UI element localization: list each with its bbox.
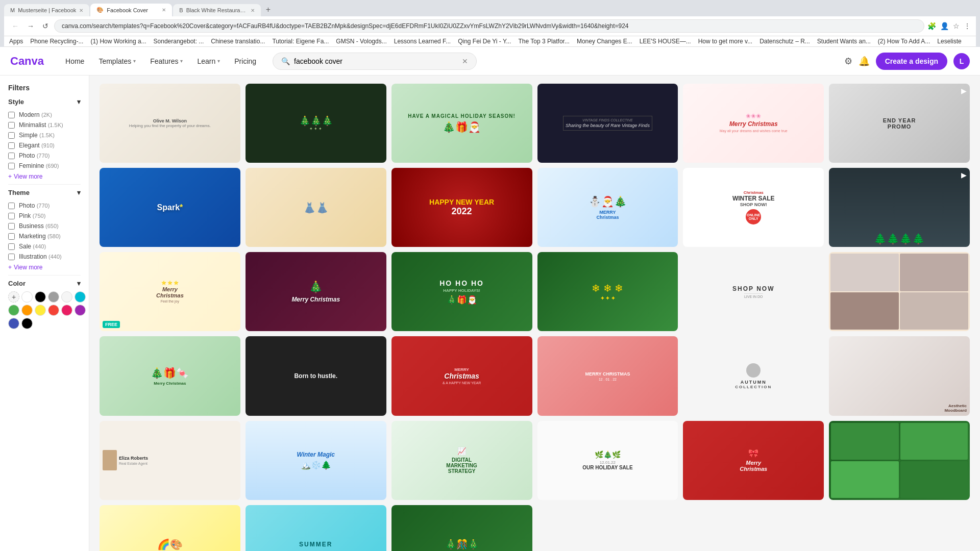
color-gray[interactable] — [48, 291, 59, 303]
refresh-button[interactable]: ↺ — [40, 21, 51, 31]
bookmark-icon[interactable]: ☆ — [953, 22, 960, 30]
star-button[interactable]: ☆ — [103, 87, 115, 99]
template-card-shop-now[interactable]: SHOP NOW LIVE IN DO ☆ ⋯ — [683, 252, 824, 331]
bookmark-9[interactable]: The Top 3 Platfor... — [518, 38, 570, 45]
star-button-5[interactable]: ☆ — [686, 87, 698, 99]
tab-musterseite[interactable]: M Musterseite | Facebook ✕ — [4, 4, 89, 16]
more-button-21[interactable]: ⋯ — [517, 339, 529, 352]
more-button-27[interactable]: ⋯ — [517, 424, 529, 436]
color-pink[interactable] — [61, 305, 72, 316]
star-button-18[interactable]: ☆ — [832, 255, 844, 267]
more-button-17[interactable]: ⋯ — [808, 255, 821, 267]
more-button-22[interactable]: ⋯ — [663, 339, 675, 352]
filter-sale-checkbox[interactable] — [8, 243, 15, 250]
search-clear-icon[interactable]: ✕ — [462, 57, 468, 65]
template-card-merry-xmas-photo[interactable]: MERRY CHRISTMAS 12 . 01 . 22 ☆ ⋯ — [537, 336, 678, 415]
nav-features[interactable]: Features ▾ — [144, 53, 189, 69]
bookmark-4[interactable]: Chinese translatio... — [211, 38, 265, 45]
filter-simple-checkbox[interactable] — [8, 132, 15, 139]
color-red[interactable] — [48, 305, 59, 316]
template-card-merry-xmas-red[interactable]: MERRY Christmas & A HAPPY NEW YEAR ☆ ⋯ — [391, 336, 532, 415]
nav-pricing[interactable]: Pricing — [228, 53, 262, 69]
more-button-9[interactable]: ⋯ — [517, 171, 529, 183]
more-button-3[interactable]: ⋯ — [517, 87, 529, 99]
star-button-27[interactable]: ☆ — [395, 424, 407, 436]
tab-close-1[interactable]: ✕ — [162, 7, 166, 13]
forward-button[interactable]: → — [24, 21, 37, 31]
star-button-26[interactable]: ☆ — [249, 424, 261, 436]
filter-business-checkbox[interactable] — [8, 223, 15, 230]
more-button-5[interactable]: ⋯ — [808, 87, 821, 99]
filter-business[interactable]: Business (650) — [8, 221, 81, 231]
notifications-icon[interactable]: 🔔 — [859, 56, 870, 67]
color-purple[interactable] — [75, 305, 86, 316]
template-card-merry-xmas-dark[interactable]: 🎄 Merry Christmas ☆ ⋯ — [246, 252, 386, 331]
template-card-end-year[interactable]: END YEARPROMO ▶ ☆ ⋯ — [829, 84, 970, 163]
template-card-merry-xmas-blue[interactable]: ⛄🎅🎄 MERRYChristmas ☆ ⋯ — [537, 168, 678, 247]
more-button-8[interactable]: ⋯ — [371, 171, 383, 183]
add-color-button[interactable]: + — [8, 291, 19, 303]
filter-theme-photo[interactable]: Photo (770) — [8, 201, 81, 211]
star-button-24[interactable]: ☆ — [832, 339, 844, 352]
more-button-29[interactable]: ⋯ — [808, 424, 821, 436]
more-button-12[interactable]: ⋯ — [954, 171, 967, 183]
tab-facebook-cover[interactable]: 🎨 Facebook Cover ✕ — [90, 4, 172, 16]
more-button-28[interactable]: ⋯ — [663, 424, 675, 436]
template-card-spark[interactable]: Spark* ☆ ⋯ — [100, 168, 240, 247]
template-card-dark-christmas[interactable]: 🎄🎄🎄 ✦ ✦ ✦ ☆ ⋯ — [246, 84, 386, 163]
bookmark-10[interactable]: Money Changes E... — [577, 38, 632, 45]
star-button-16[interactable]: ☆ — [541, 255, 553, 267]
color-black[interactable] — [35, 291, 46, 303]
filter-photo[interactable]: Photo (770) — [8, 151, 81, 161]
bookmark-11[interactable]: LEE'S HOUSE—... — [640, 38, 691, 45]
more-button-7[interactable]: ⋯ — [225, 171, 237, 183]
template-card-snowy-forest[interactable]: 🌲🌲🌲🌲 ▶ ☆ ⋯ — [829, 168, 970, 247]
star-button-23[interactable]: ☆ — [686, 339, 698, 352]
star-button-6[interactable]: ☆ — [832, 87, 844, 99]
bookmark-12[interactable]: How to get more v... — [698, 38, 752, 45]
template-card-happy-new-year[interactable]: HAPPY NEW YEAR 2022 ☆ ⋯ — [391, 168, 532, 247]
star-button-15[interactable]: ☆ — [395, 255, 407, 267]
star-button-33[interactable]: ☆ — [395, 508, 407, 520]
more-button-30[interactable]: ⋯ — [954, 424, 967, 436]
bookmark-6[interactable]: GMSN - Vologds... — [336, 38, 386, 45]
color-lightgray[interactable] — [61, 291, 72, 303]
template-card-gold-snowflake[interactable]: ❄ ❄ ❄ ✦ ✦ ✦ ☆ ⋯ — [537, 252, 678, 331]
theme-section-title[interactable]: Theme ▾ — [8, 189, 81, 196]
filter-elegant-checkbox[interactable] — [8, 142, 15, 149]
more-button-13[interactable]: ⋯ — [225, 255, 237, 267]
bookmark-apps[interactable]: Apps — [9, 38, 23, 45]
more-button-20[interactable]: ⋯ — [371, 339, 383, 352]
create-design-button[interactable]: Create a design — [876, 53, 947, 70]
filter-pink-checkbox[interactable] — [8, 213, 15, 219]
browser-menu-icon[interactable]: ⋮ — [964, 22, 971, 30]
template-card-autumn[interactable]: AUTUMN COLLECTION ☆ ⋯ — [683, 336, 824, 415]
filter-feminine[interactable]: Feminine (690) — [8, 161, 81, 171]
filter-minimalist[interactable]: Minimalist (1.5K) — [8, 120, 81, 130]
avatar[interactable]: L — [953, 53, 970, 69]
star-button-19[interactable]: ☆ — [103, 339, 115, 352]
bookmark-14[interactable]: Student Wants an... — [817, 38, 871, 45]
star-button-20[interactable]: ☆ — [249, 339, 261, 352]
more-button-14[interactable]: ⋯ — [371, 255, 383, 267]
more-button-25[interactable]: ⋯ — [225, 424, 237, 436]
color-white[interactable] — [21, 291, 33, 303]
filter-feminine-checkbox[interactable] — [8, 163, 15, 169]
star-button-17[interactable]: ☆ — [686, 255, 698, 267]
color-section-title[interactable]: Color ▾ — [8, 280, 81, 287]
template-card-aesthetic[interactable]: AestheticMoodboard ☆ ⋯ — [829, 336, 970, 415]
more-button-6[interactable]: ⋯ — [954, 87, 967, 99]
template-card-fashion[interactable]: 👗👗 ☆ ⋯ — [246, 168, 386, 247]
template-card-photo-frames[interactable]: ☆ ⋯ — [829, 421, 970, 500]
nav-templates[interactable]: Templates ▾ — [92, 53, 142, 69]
more-button-23[interactable]: ⋯ — [808, 339, 821, 352]
star-button-8[interactable]: ☆ — [249, 171, 261, 183]
star-button-30[interactable]: ☆ — [832, 424, 844, 436]
profile-icon[interactable]: 👤 — [940, 22, 949, 30]
star-button-28[interactable]: ☆ — [541, 424, 553, 436]
filter-elegant[interactable]: Elegant (910) — [8, 140, 81, 151]
more-button-4[interactable]: ⋯ — [663, 87, 675, 99]
color-black2[interactable] — [21, 318, 33, 329]
template-card-photo-collage[interactable]: ☆ ⋯ — [829, 252, 970, 331]
filter-minimalist-checkbox[interactable] — [8, 122, 15, 129]
